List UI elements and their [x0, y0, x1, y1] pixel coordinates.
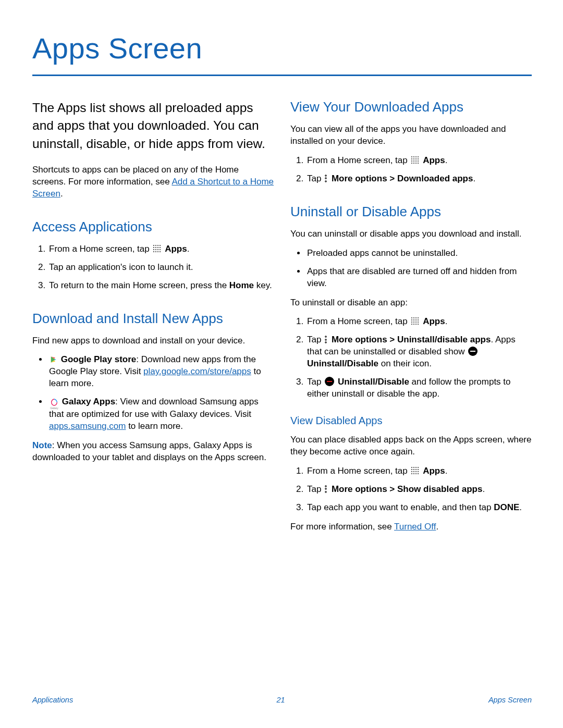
more-options-icon [324, 335, 327, 343]
footer-page-number: 21 [277, 696, 285, 704]
list-item: Tap Uninstall/Disable and follow the pro… [306, 376, 532, 400]
view-downloaded-intro: You can view all of the apps you have do… [290, 124, 532, 147]
uninstall-steps: From a Home screen, tap Apps. Tap More o… [290, 316, 532, 400]
view-disabled-steps: From a Home screen, tap Apps. Tap More o… [290, 465, 532, 514]
uninstall-disable-icon [468, 347, 478, 356]
list-item: To return to the main Home screen, press… [48, 280, 274, 292]
heading-view-downloaded: View Your Downloaded Apps [290, 99, 532, 115]
heading-access-applications: Access Applications [32, 219, 274, 235]
list-item: Preloaded apps cannot be uninstalled. [306, 248, 532, 260]
list-item: Tap each app you want to enable, and the… [306, 502, 532, 514]
uninstall-intro: You can uninstall or disable apps you do… [290, 228, 532, 240]
apps-grid-icon [153, 244, 161, 253]
play-store-link[interactable]: play.google.com/store/apps [143, 366, 251, 376]
list-item: Tap an application's icon to launch it. [48, 262, 274, 274]
list-item: From a Home screen, tap Apps. [306, 316, 532, 328]
footer-left: Applications [32, 696, 73, 704]
galaxy-apps-link[interactable]: apps.samsung.com [49, 421, 126, 431]
period: . [60, 189, 63, 199]
list-item: Galaxy Galaxy Apps: View and download Sa… [48, 396, 274, 433]
apps-grid-icon [411, 317, 419, 325]
page-title: Apps Screen [32, 31, 532, 65]
list-item: Tap More options > Show disabled apps. [306, 484, 532, 496]
uninstall-subintro: To uninstall or disable an app: [290, 297, 532, 309]
page-content: Apps Screen The Apps list shows all prel… [0, 0, 563, 540]
more-options-icon [324, 485, 327, 493]
right-column: View Your Downloaded Apps You can view a… [290, 99, 532, 540]
view-downloaded-steps: From a Home screen, tap Apps. Tap More o… [290, 155, 532, 185]
left-column: The Apps list shows all preloaded apps a… [32, 99, 274, 540]
apps-grid-icon [411, 466, 419, 475]
two-column-layout: The Apps list shows all preloaded apps a… [32, 99, 532, 540]
list-item: Tap More options > Downloaded apps. [306, 173, 532, 185]
google-play-icon [50, 355, 57, 362]
footer-right: Apps Screen [488, 696, 532, 704]
download-note: Note: When you access Samsung apps, Gala… [32, 440, 274, 464]
list-item: From a Home screen, tap Apps. [48, 243, 274, 255]
list-item: From a Home screen, tap Apps. [306, 465, 532, 477]
note-label: Note [32, 440, 52, 450]
download-intro: Find new apps to download and install on… [32, 335, 274, 347]
apps-grid-icon [411, 156, 419, 164]
uninstall-disable-icon [325, 377, 334, 386]
shortcuts-paragraph: Shortcuts to apps can be placed on any o… [32, 164, 274, 200]
list-item: Tap More options > Uninstall/disable app… [306, 334, 532, 370]
list-item: Apps that are disabled are turned off an… [306, 266, 532, 290]
more-options-icon [324, 174, 327, 182]
view-disabled-outro: For more information, see Turned Off. [290, 521, 532, 533]
intro-paragraph: The Apps list shows all preloaded apps a… [32, 99, 274, 153]
title-rule [32, 75, 532, 76]
list-item: From a Home screen, tap Apps. [306, 155, 532, 167]
galaxy-apps-icon: Galaxy [50, 398, 58, 409]
access-steps: From a Home screen, tap Apps. Tap an app… [32, 243, 274, 292]
view-disabled-intro: You can place disabled apps back on the … [290, 434, 532, 458]
page-footer: Applications 21 Apps Screen [32, 696, 532, 704]
heading-download-install: Download and Install New Apps [32, 311, 274, 327]
turned-off-link[interactable]: Turned Off [394, 522, 436, 532]
heading-uninstall-disable: Uninstall or Disable Apps [290, 204, 532, 220]
heading-view-disabled: View Disabled Apps [290, 415, 532, 427]
uninstall-bullets: Preloaded apps cannot be uninstalled. Ap… [290, 248, 532, 290]
list-item: Google Play store: Download new apps fro… [48, 354, 274, 390]
download-bullets: Google Play store: Download new apps fro… [32, 354, 274, 433]
